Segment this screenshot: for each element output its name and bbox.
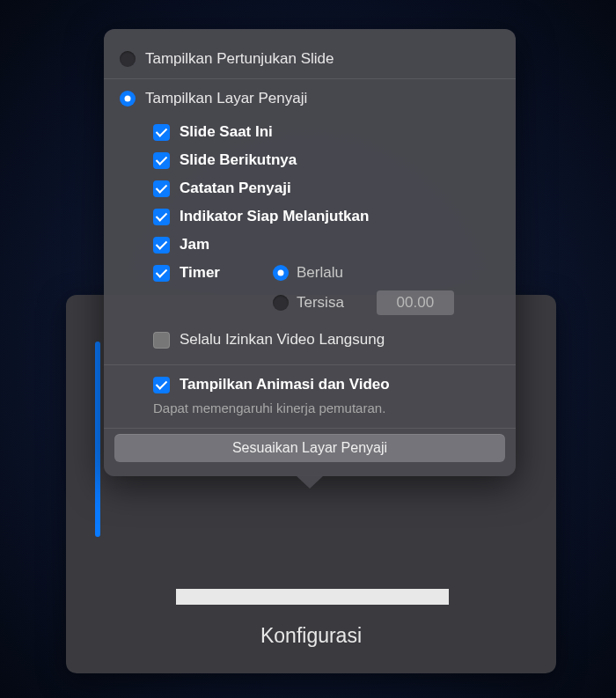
presenter-options-group: Slide Saat Ini Slide Berikutnya Catatan … [104, 113, 516, 359]
presenter-notes-checkbox-row[interactable]: Catatan Penyaji [104, 174, 516, 202]
timer-section: Timer Berlalu Tersisa 00.00 [104, 259, 516, 320]
show-presenter-display-label: Tampilkan Layar Penyaji [145, 90, 307, 107]
radio-on-icon[interactable] [120, 91, 136, 107]
current-slide-label: Slide Saat Ini [180, 123, 273, 141]
checkbox-checked-icon[interactable] [153, 377, 170, 393]
remaining-label: Tersisa [297, 294, 344, 312]
checkbox-checked-icon[interactable] [153, 124, 170, 141]
show-presenter-display-radio-row[interactable]: Tampilkan Layar Penyaji [104, 84, 516, 113]
show-animations-checkbox-row[interactable]: Tampilkan Animasi dan Video [104, 371, 516, 399]
thumbnail-placeholder [176, 589, 449, 605]
checkbox-checked-icon[interactable] [153, 209, 170, 225]
divider [104, 428, 516, 429]
checkbox-checked-icon[interactable] [153, 265, 170, 282]
next-slide-checkbox-row[interactable]: Slide Berikutnya [104, 146, 516, 174]
divider [104, 364, 516, 365]
timer-checkbox-row[interactable]: Timer [153, 264, 220, 282]
checkbox-unchecked-icon[interactable] [153, 332, 170, 349]
remaining-radio-row[interactable]: Tersisa 00.00 [273, 290, 454, 315]
selection-indicator [95, 342, 100, 537]
popover-tail-icon [296, 475, 324, 489]
ready-indicator-label: Indikator Siap Melanjutkan [180, 208, 369, 225]
clock-label: Jam [180, 236, 209, 253]
next-slide-label: Slide Berikutnya [180, 151, 297, 169]
show-slideshow-radio-row[interactable]: Tampilkan Pertunjukan Slide [104, 45, 516, 73]
divider [104, 78, 516, 79]
customize-button-label: Sesuaikan Layar Penyaji [232, 440, 387, 456]
current-slide-checkbox-row[interactable]: Slide Saat Ini [104, 118, 516, 146]
presenter-display-popover: Tampilkan Pertunjukan Slide Tampilkan La… [104, 29, 516, 476]
allow-live-video-checkbox-row[interactable]: Selalu Izinkan Video Langsung [104, 320, 516, 354]
animations-hint: Dapat memengaruhi kinerja pemutaran. [104, 399, 516, 422]
ready-indicator-checkbox-row[interactable]: Indikator Siap Melanjutkan [104, 202, 516, 231]
elapsed-radio-row[interactable]: Berlalu [273, 264, 454, 282]
timer-label: Timer [180, 264, 220, 282]
remaining-time-input[interactable]: 00.00 [377, 290, 454, 315]
radio-off-icon[interactable] [120, 51, 136, 67]
checkbox-checked-icon[interactable] [153, 237, 170, 253]
show-slideshow-label: Tampilkan Pertunjukan Slide [145, 50, 334, 68]
elapsed-label: Berlalu [297, 264, 343, 282]
checkbox-checked-icon[interactable] [153, 152, 170, 169]
checkbox-checked-icon[interactable] [153, 180, 170, 197]
configure-label: Konfigurasi [66, 624, 556, 648]
customize-presenter-display-button[interactable]: Sesuaikan Layar Penyaji [114, 434, 505, 462]
clock-checkbox-row[interactable]: Jam [104, 231, 516, 259]
show-animations-label: Tampilkan Animasi dan Video [180, 376, 390, 393]
radio-off-icon[interactable] [273, 295, 289, 311]
presenter-notes-label: Catatan Penyaji [180, 180, 291, 197]
radio-on-icon[interactable] [273, 265, 289, 281]
allow-live-video-label: Selalu Izinkan Video Langsung [180, 331, 385, 349]
